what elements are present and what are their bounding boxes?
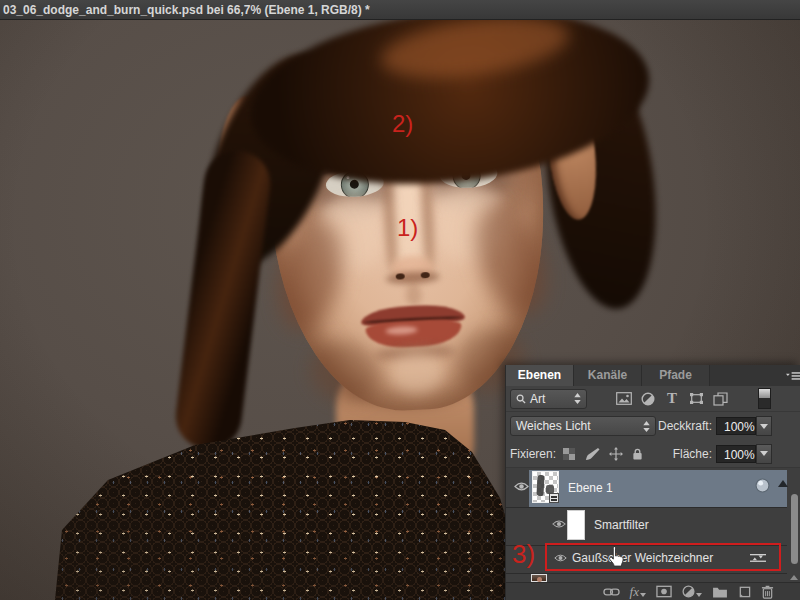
application-window: 03_06_dodge_and_burn_quick.psd bei 66,7%… bbox=[0, 0, 800, 600]
add-layer-mask-icon[interactable] bbox=[656, 585, 672, 598]
link-layers-icon[interactable] bbox=[603, 587, 620, 597]
layer-filter-row: Art T bbox=[506, 386, 800, 412]
row-divider bbox=[506, 573, 787, 574]
type-icon-label: T bbox=[667, 392, 677, 405]
panel-scrollbar[interactable] bbox=[791, 494, 798, 564]
tab-pfade[interactable]: Pfade bbox=[642, 365, 710, 386]
tab-label: Kanäle bbox=[588, 368, 627, 382]
panel-bottom-bar: fx bbox=[506, 582, 800, 600]
layer-name[interactable]: Smartfilter bbox=[594, 518, 649, 532]
panel-menu-icon[interactable] bbox=[786, 370, 800, 380]
new-adjustment-layer-icon[interactable] bbox=[682, 585, 702, 598]
fx-label: fx bbox=[630, 586, 639, 598]
smart-filter-corner-badge bbox=[549, 493, 559, 503]
updown-arrows-icon bbox=[574, 393, 581, 404]
fill-label: Fläche: bbox=[673, 447, 712, 461]
tab-kanaele[interactable]: Kanäle bbox=[574, 365, 642, 386]
opacity-dropdown-button[interactable] bbox=[756, 416, 772, 436]
chevron-down-icon bbox=[696, 593, 702, 597]
tab-label: Pfade bbox=[659, 368, 692, 382]
lock-position-move-icon[interactable] bbox=[609, 447, 623, 461]
opacity-label: Deckkraft: bbox=[658, 419, 712, 433]
annotation-2: 2) bbox=[392, 112, 413, 136]
layer-name[interactable]: Ebene 1 bbox=[568, 481, 613, 495]
layer-thumbnail[interactable] bbox=[532, 471, 559, 503]
blend-mode-select[interactable]: Weiches Licht bbox=[510, 416, 656, 436]
trash-icon[interactable] bbox=[761, 585, 774, 599]
title-bar: 03_06_dodge_and_burn_quick.psd bei 66,7%… bbox=[0, 0, 800, 20]
fill-dropdown-button[interactable] bbox=[756, 444, 772, 464]
background-layer-thumbnail[interactable] bbox=[531, 574, 547, 582]
annotation-1: 1) bbox=[397, 216, 418, 240]
updown-arrows-icon bbox=[643, 421, 650, 432]
blend-mode-row: Weiches Licht Deckkraft: 100% bbox=[506, 412, 800, 440]
opacity-value-text: 100% bbox=[724, 420, 755, 434]
annotation-3: 3) bbox=[512, 541, 535, 567]
filter-kind-value: Art bbox=[530, 392, 545, 406]
lock-all-icon[interactable] bbox=[632, 447, 643, 461]
eye-icon[interactable] bbox=[514, 481, 529, 495]
filter-adjustment-layers-icon[interactable] bbox=[640, 391, 656, 406]
filter-type-layers-icon[interactable]: T bbox=[664, 391, 680, 406]
lock-transparency-icon[interactable] bbox=[563, 448, 575, 460]
chevron-down-icon bbox=[760, 424, 768, 429]
collapse-triangle-icon[interactable] bbox=[778, 480, 788, 487]
filtering-toggle-switch[interactable] bbox=[758, 388, 771, 409]
layer-filter-select[interactable]: Art bbox=[510, 389, 587, 409]
smart-filter-mask-thumbnail[interactable] bbox=[567, 510, 585, 540]
tab-ebenen[interactable]: Ebenen bbox=[506, 365, 574, 386]
blend-mode-value: Weiches Licht bbox=[516, 419, 590, 433]
panel-tab-bar: Ebenen Kanäle Pfade bbox=[506, 365, 800, 386]
filter-smart-objects-icon[interactable] bbox=[712, 391, 728, 406]
row-divider bbox=[506, 507, 787, 508]
new-layer-icon[interactable] bbox=[738, 585, 751, 598]
lock-pixels-brush-icon[interactable] bbox=[584, 447, 600, 461]
scroll-up-arrow-icon[interactable] bbox=[790, 575, 798, 580]
lock-icons bbox=[563, 447, 643, 461]
new-group-folder-icon[interactable] bbox=[712, 586, 728, 598]
thumbnail-paint-stroke bbox=[536, 475, 544, 496]
chevron-down-icon bbox=[760, 451, 768, 456]
lock-label: Fixieren: bbox=[510, 447, 556, 461]
layer-style-fx-icon[interactable]: fx bbox=[630, 586, 646, 598]
filter-pixel-layers-icon[interactable] bbox=[616, 391, 632, 406]
opacity-value[interactable]: 100% bbox=[716, 417, 756, 435]
lock-row: Fixieren: Fläche: 100% bbox=[506, 440, 800, 468]
document-title: 03_06_dodge_and_burn_quick.psd bei 66,7%… bbox=[3, 3, 370, 17]
fill-value[interactable]: 100% bbox=[716, 445, 756, 463]
hand-cursor-icon bbox=[604, 544, 630, 574]
chevron-down-icon bbox=[640, 593, 646, 597]
tab-label: Ebenen bbox=[518, 368, 561, 382]
smart-filter-badge-icon[interactable] bbox=[755, 478, 770, 496]
fill-value-text: 100% bbox=[724, 448, 755, 462]
eye-icon[interactable] bbox=[552, 518, 566, 532]
highlight-box bbox=[545, 543, 781, 571]
search-icon bbox=[516, 394, 526, 404]
filter-shape-layers-icon[interactable] bbox=[688, 391, 704, 406]
